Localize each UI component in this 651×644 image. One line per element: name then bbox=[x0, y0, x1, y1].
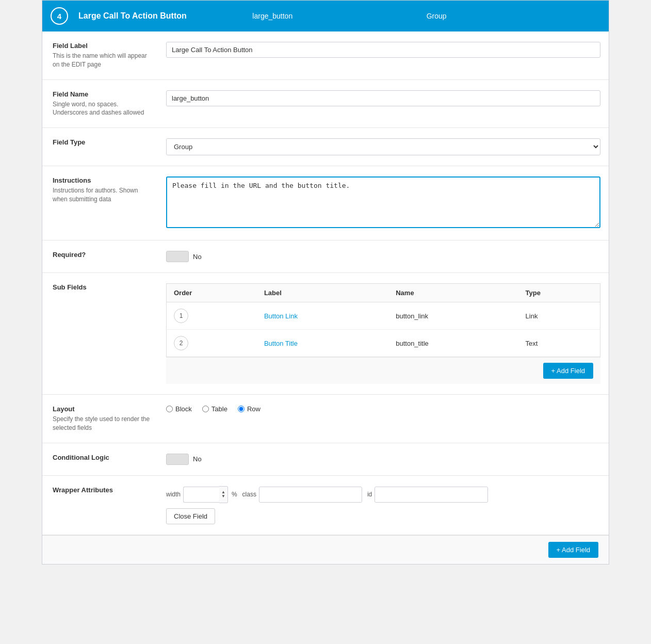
field-editor-panel: 4 Large Call To Action Button large_butt… bbox=[42, 0, 609, 565]
layout-row-option[interactable]: Row bbox=[238, 405, 261, 413]
label-cell: Button Title bbox=[257, 330, 388, 357]
width-group: width ▲ ▼ % bbox=[166, 486, 237, 503]
order-circle-1: 1 bbox=[174, 309, 188, 323]
required-row: Required? No bbox=[42, 240, 609, 273]
required-toggle-wrap: No bbox=[166, 251, 600, 262]
step-number: 4 bbox=[51, 7, 68, 25]
field-name-desc: Single word, no spaces. Underscores and … bbox=[53, 101, 144, 117]
instructions-desc: Instructions for authors. Shown when sub… bbox=[53, 187, 138, 203]
table-row: 1 Button Link button_link Link bbox=[167, 302, 600, 330]
field-type-col: Field Type bbox=[42, 136, 161, 157]
conditional-logic-toggle-label: No bbox=[193, 455, 202, 463]
field-header: 4 Large Call To Action Button large_butt… bbox=[42, 1, 609, 31]
instructions-heading: Instructions bbox=[53, 176, 153, 184]
button-title-label[interactable]: Button Title bbox=[264, 340, 298, 347]
instructions-row: Instructions Instructions for authors. S… bbox=[42, 166, 609, 240]
field-name-input-col bbox=[161, 88, 609, 120]
field-name-row: Field Name Single word, no spaces. Under… bbox=[42, 80, 609, 128]
conditional-logic-heading: Conditional Logic bbox=[53, 454, 153, 461]
width-input-wrap: ▲ ▼ bbox=[183, 486, 228, 503]
class-group: class bbox=[242, 487, 362, 503]
wrapper-attributes-row: Wrapper Attributes width ▲ ▼ % bbox=[42, 476, 609, 535]
layout-row: Layout Specify the style used to render … bbox=[42, 395, 609, 443]
col-name: Name bbox=[388, 284, 518, 302]
field-label-row: Field Label This is the name which will … bbox=[42, 31, 609, 80]
layout-block-radio[interactable] bbox=[166, 406, 173, 412]
button-link-label[interactable]: Button Link bbox=[264, 312, 298, 320]
col-order: Order bbox=[167, 284, 257, 302]
subfields-field-col: Order Label Name Type 1 Button Li bbox=[161, 281, 609, 386]
field-label-heading: Field Label bbox=[53, 42, 153, 50]
layout-table-radio[interactable] bbox=[202, 406, 209, 412]
layout-table-label: Table bbox=[211, 405, 227, 413]
field-label-desc: This is the name which will appear on th… bbox=[53, 52, 147, 68]
order-cell: 2 bbox=[167, 330, 257, 357]
subfields-row: Sub Fields Order Label Name Type bbox=[42, 273, 609, 395]
conditional-logic-row: Conditional Logic No bbox=[42, 443, 609, 476]
layout-row-radio[interactable] bbox=[238, 406, 245, 412]
bottom-add-field-button[interactable]: + Add Field bbox=[548, 542, 598, 558]
subfields-heading: Sub Fields bbox=[53, 283, 153, 291]
header-field-name: large_button bbox=[252, 12, 426, 20]
header-field-type: Group bbox=[427, 12, 600, 20]
width-input[interactable] bbox=[183, 487, 219, 503]
field-label-input[interactable] bbox=[166, 42, 600, 58]
layout-table-option[interactable]: Table bbox=[202, 405, 227, 413]
instructions-col: Instructions Instructions for authors. S… bbox=[42, 174, 161, 232]
field-type-select[interactable]: Group Text Textarea Number Email URL Ima… bbox=[166, 138, 600, 155]
close-field-button[interactable]: Close Field bbox=[166, 508, 215, 524]
instructions-input-col: Please fill in the URL and the button ti… bbox=[161, 174, 609, 232]
pct-label: % bbox=[232, 491, 237, 498]
required-heading: Required? bbox=[53, 251, 153, 259]
field-type-row: Field Type Group Text Textarea Number Em… bbox=[42, 128, 609, 166]
layout-options: Block Table Row bbox=[166, 405, 600, 413]
required-col: Required? bbox=[42, 249, 161, 264]
width-spinbox[interactable]: ▲ ▼ bbox=[219, 486, 228, 503]
wrapper-attributes-heading: Wrapper Attributes bbox=[53, 486, 153, 494]
field-name-heading: Field Name bbox=[53, 90, 153, 98]
field-type-input-col: Group Text Textarea Number Email URL Ima… bbox=[161, 136, 609, 157]
class-label: class bbox=[242, 491, 256, 498]
wrapper-attrs-group: width ▲ ▼ % class bbox=[166, 486, 600, 503]
field-label-input-col bbox=[161, 40, 609, 71]
conditional-logic-field-col: No bbox=[161, 452, 609, 467]
add-field-footer: + Add Field bbox=[166, 357, 600, 384]
subfields-header-row: Order Label Name Type bbox=[167, 284, 600, 302]
conditional-logic-toggle-wrap: No bbox=[166, 454, 600, 465]
layout-col: Layout Specify the style used to render … bbox=[42, 403, 161, 434]
conditional-logic-toggle[interactable] bbox=[166, 454, 189, 465]
add-subfield-button[interactable]: + Add Field bbox=[543, 363, 593, 379]
required-toggle[interactable] bbox=[166, 251, 189, 262]
name-cell: button_link bbox=[388, 302, 518, 330]
label-cell: Button Link bbox=[257, 302, 388, 330]
wrapper-attributes-col: Wrapper Attributes bbox=[42, 484, 161, 526]
wrapper-attributes-field-col: width ▲ ▼ % class bbox=[161, 484, 609, 526]
subfields-table: Order Label Name Type 1 Button Li bbox=[166, 283, 600, 357]
order-cell: 1 bbox=[167, 302, 257, 330]
close-field-wrap: Close Field bbox=[166, 503, 600, 524]
field-label-col: Field Label This is the name which will … bbox=[42, 40, 161, 71]
layout-block-option[interactable]: Block bbox=[166, 405, 192, 413]
bottom-bar: + Add Field bbox=[42, 535, 609, 564]
layout-row-label: Row bbox=[247, 405, 261, 413]
class-input[interactable] bbox=[259, 487, 362, 503]
id-group: id bbox=[367, 487, 488, 503]
layout-desc: Specify the style used to render the sel… bbox=[53, 415, 150, 431]
instructions-textarea[interactable]: Please fill in the URL and the button ti… bbox=[166, 176, 600, 228]
id-input[interactable] bbox=[375, 487, 488, 503]
col-type: Type bbox=[518, 284, 600, 302]
table-row: 2 Button Title button_title Text bbox=[167, 330, 600, 357]
required-toggle-label: No bbox=[193, 253, 202, 261]
required-field-col: No bbox=[161, 249, 609, 264]
header-title: Large Call To Action Button bbox=[78, 11, 252, 21]
conditional-logic-col: Conditional Logic bbox=[42, 452, 161, 467]
field-type-heading: Field Type bbox=[53, 138, 153, 146]
order-circle-2: 2 bbox=[174, 336, 188, 350]
col-label: Label bbox=[257, 284, 388, 302]
subfields-table-wrap: Order Label Name Type 1 Button Li bbox=[166, 283, 600, 384]
layout-heading: Layout bbox=[53, 405, 153, 413]
field-name-input[interactable] bbox=[166, 90, 600, 106]
type-cell: Link bbox=[518, 302, 600, 330]
name-cell: button_title bbox=[388, 330, 518, 357]
layout-block-label: Block bbox=[175, 405, 192, 413]
